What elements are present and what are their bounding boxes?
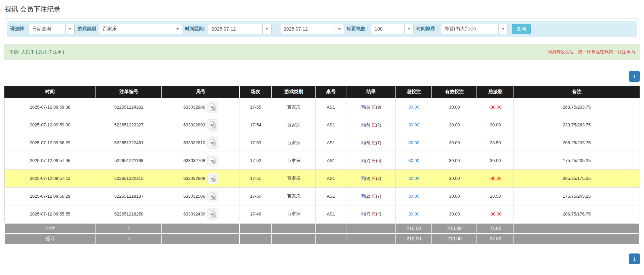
video-replay-button[interactable]	[207, 191, 218, 202]
cell-sum-total-payout: 27.00	[477, 223, 514, 233]
round-number: 633032430	[183, 211, 205, 217]
date-to-value: 2025-07-12	[280, 24, 335, 34]
cell-remark: 205.25/233.75	[514, 134, 640, 152]
cell-total-bet: 30.00	[396, 169, 432, 187]
cell-game-type: 百家乐	[272, 98, 315, 116]
payout-value: -30.00	[489, 105, 502, 110]
cell-time: 2025-07-12 09:56:29	[4, 187, 96, 205]
table-row: 2025-07-12 09:58:29522651222451633032810…	[4, 134, 640, 152]
total-bet-link[interactable]: 30.00	[408, 105, 419, 110]
total-bet-link[interactable]: 30.00	[408, 176, 419, 181]
player-result-label: 闲	[361, 122, 365, 127]
banker-result-score: (2)	[376, 211, 381, 216]
cell-valid-bet: 30.00	[432, 187, 477, 205]
header-total-bet: 总投注	[396, 86, 432, 98]
video-replay-button[interactable]	[207, 208, 218, 220]
total-bet-link[interactable]: 30.00	[408, 122, 419, 127]
time-range-label: 时间区间:	[185, 26, 205, 32]
cell-sum-valid-bet: 210.00	[432, 233, 477, 244]
query-mode-value: 日期查询	[29, 24, 65, 34]
date-to-select[interactable]: 2025-07-12	[280, 24, 344, 34]
header-table-no: 桌号	[316, 86, 346, 98]
banker-result-label: 庄	[372, 158, 376, 163]
cell-table-no: AS1	[316, 169, 346, 187]
banker-result-score: (2)	[376, 122, 381, 127]
player-result-label: 闲	[361, 194, 365, 199]
cell-round: 633032986	[162, 98, 239, 116]
cell-empty	[272, 223, 315, 233]
player-result-label: 闲	[361, 176, 365, 181]
player-result-score: (6)	[365, 140, 370, 145]
cell-remark: 233.75/263.75	[514, 116, 640, 134]
game-type-select[interactable]: 百家乐	[99, 24, 182, 34]
payout-value: -30.00	[489, 176, 502, 181]
table-row: 2025-07-12 09:57:46522651221168633032708…	[4, 152, 640, 169]
cell-empty	[239, 233, 272, 244]
cell-bet-id: 522651223327	[96, 116, 162, 134]
cell-table-no: AS1	[316, 98, 346, 116]
total-bet-link[interactable]: 30.00	[408, 158, 419, 163]
payout-value: 28.50	[490, 194, 501, 199]
cell-table-no: AS1	[316, 134, 346, 152]
round-number: 633032810	[183, 140, 205, 145]
cell-total-bet: 30.00	[396, 98, 432, 116]
cell-empty	[316, 223, 346, 233]
cell-sum-label: 总计	[4, 233, 96, 244]
game-type-value: 百家乐	[99, 24, 173, 34]
round-number: 633032986	[183, 105, 205, 110]
video-replay-button[interactable]	[207, 155, 218, 166]
banker-result-label: 庄	[372, 122, 376, 127]
cell-empty	[162, 223, 239, 233]
payout-value: 28.50	[490, 140, 501, 145]
cell-round: 633032893	[162, 116, 239, 134]
cell-bet-id: 522651221168	[96, 152, 162, 169]
banker-result-score: (7)	[376, 194, 381, 199]
video-replay-button[interactable]	[207, 137, 218, 149]
cell-result: 闲(6) 庄(7)	[346, 134, 395, 152]
banker-result-label: 庄	[372, 140, 376, 145]
cell-bet-id: 522651222451	[96, 134, 162, 152]
round-number: 633032608	[183, 176, 205, 181]
cell-bet-id: 522651219137	[96, 187, 162, 205]
sort-order-select[interactable]: 降冪(由大到小)	[441, 24, 508, 34]
cell-sum-valid-bet: 210.00	[432, 223, 477, 233]
video-replay-button[interactable]	[207, 119, 218, 131]
cell-session: 17-50	[239, 187, 272, 205]
date-from-value: 2025-07-12	[208, 24, 262, 34]
cell-total-payout: -30.00	[477, 98, 514, 116]
query-button[interactable]: 查询	[512, 24, 531, 34]
cell-session: 17-54	[239, 116, 272, 134]
cell-round: 633032430	[162, 205, 239, 223]
date-from-select[interactable]: 2025-07-12	[208, 24, 272, 34]
grand-total-row: 总计7210.00210.0027.00	[4, 233, 640, 244]
query-mode-select[interactable]: 日期查询	[29, 24, 75, 34]
cell-table-no: AS1	[316, 152, 346, 169]
valid-bet-note: 同局有效投注，统一计算在该局第一张注单内	[547, 49, 635, 55]
cell-sum-count: 7	[96, 223, 162, 233]
banker-result-score: (9)	[376, 105, 381, 110]
payout-value: 30.00	[490, 122, 501, 127]
banker-result-label: 庄	[372, 176, 376, 181]
page-size-select[interactable]: 100	[371, 24, 414, 34]
chevron-down-icon	[262, 24, 271, 34]
tilde-separator: ~	[274, 26, 277, 32]
pagination-bottom: 1	[4, 253, 640, 264]
total-bet-link[interactable]: 30.00	[408, 194, 419, 199]
cell-game-type: 百家乐	[272, 116, 315, 134]
page-size-label: 每页笔数 :	[347, 26, 369, 32]
cell-total-payout: 28.50	[477, 134, 514, 152]
player-result-score: (9)	[365, 176, 370, 181]
total-bet-link[interactable]: 30.00	[408, 140, 419, 145]
cell-remark: 263.75/233.75	[514, 98, 640, 116]
total-bet-link[interactable]: 30.00	[408, 211, 419, 217]
cell-result: 闲(7) 庄(2)	[346, 205, 395, 223]
cell-sum-count: 7	[96, 233, 162, 244]
banker-result-score: (5)	[376, 158, 381, 163]
pagination-page-1[interactable]: 1	[629, 71, 640, 82]
video-replay-button[interactable]	[207, 102, 218, 113]
video-replay-button[interactable]	[207, 173, 218, 184]
cell-sum-label: 小计	[4, 223, 96, 233]
banker-result-label: 庄	[372, 194, 376, 199]
sort-order-value: 降冪(由大到小)	[441, 24, 498, 34]
pagination-page-1[interactable]: 1	[629, 253, 640, 264]
